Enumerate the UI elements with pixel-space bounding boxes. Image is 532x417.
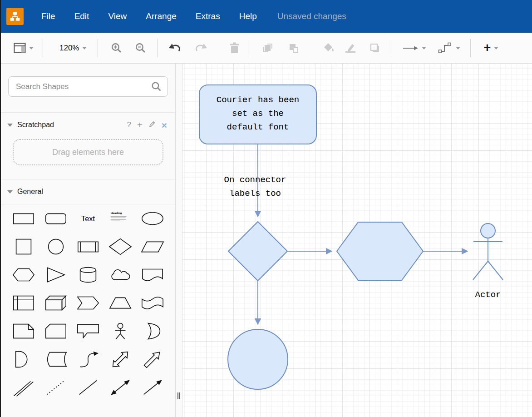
line-color-button[interactable] [345,42,356,54]
scratchpad-header[interactable]: Scratchpad ? + × [1,112,175,137]
shape-data-storage[interactable] [43,350,69,368]
zoom-out-icon [135,42,146,54]
shape-and[interactable] [10,350,37,368]
diagram-canvas[interactable]: Courier has been set as the default font… [182,64,532,417]
menu-edit[interactable]: Edit [65,11,99,21]
shape-bidirectional-connector[interactable] [107,378,133,397]
to-front-button[interactable] [262,42,273,54]
shape-cloud[interactable] [107,265,133,284]
shape-actor[interactable] [107,322,133,340]
scratchpad-close-icon[interactable]: × [162,120,167,130]
toolbar-separator [157,39,158,57]
shape-arrow[interactable] [139,350,166,368]
search-shapes-input[interactable] [8,76,168,97]
line-color-icon [345,42,356,54]
node-text-line: default font [227,122,289,132]
menu-help[interactable]: Help [230,11,266,21]
shape-or[interactable] [139,322,166,340]
resizer-handle-icon[interactable] [177,392,180,399]
toolbar-separator [391,39,391,57]
shadow-icon [369,42,381,54]
scratchpad-edit-icon[interactable] [148,120,156,129]
toolbar-separator [248,39,248,57]
insert-button[interactable]: + [483,42,498,54]
shape-triangle[interactable] [43,265,69,284]
node-diamond[interactable] [228,222,287,281]
redo-button[interactable] [195,43,207,53]
sidebar-resizer[interactable] [176,64,182,417]
shape-textbox[interactable]: Heading [107,209,133,228]
shape-directional-connector[interactable] [139,378,166,397]
text-icon: Text [76,209,100,228]
menu-extras[interactable]: Extras [186,11,230,21]
node-circle[interactable] [228,329,288,389]
search-icon[interactable] [151,81,162,94]
shape-bidirectional-arrow[interactable] [107,350,133,368]
shape-cylinder[interactable] [75,265,101,284]
shape-trapezoid[interactable] [107,293,133,312]
cylinder-icon [76,266,100,284]
undo-button[interactable] [168,43,181,53]
menu-arrange[interactable]: Arrange [136,11,186,21]
connection-arrow-icon [402,43,419,53]
shape-text[interactable]: Text [75,209,101,228]
node-text-line: set as the [232,109,284,119]
menu-file[interactable]: File [32,11,65,21]
zoom-out-button[interactable] [135,42,146,54]
node-hexagon[interactable] [337,222,423,280]
shape-rounded-rectangle[interactable] [43,209,69,228]
diamond-icon [108,238,133,256]
cloud-icon [108,266,133,284]
to-front-icon [262,42,273,54]
scratchpad-dropzone[interactable]: Drag elements here [13,139,163,165]
menubar: File Edit View Arrange Extras Help Unsav… [1,0,532,33]
shape-circle[interactable] [43,237,69,256]
node-actor[interactable] [473,223,503,280]
zoom-level-dropdown[interactable]: 120% [59,44,87,53]
shape-cube[interactable] [43,293,69,312]
redo-icon [195,43,207,53]
waypoint-style-button[interactable] [438,42,460,54]
shape-internal-storage[interactable] [10,293,37,312]
unsaved-changes-status[interactable]: Unsaved changes [277,11,346,21]
trapezoid-icon [108,294,133,312]
and-icon [11,350,36,368]
dashed-line-icon [44,378,68,397]
shape-hexagon[interactable] [10,265,37,284]
edge-label[interactable]: On connector labels too [224,175,286,199]
drawio-logo-icon[interactable] [6,8,24,25]
parallelogram-icon [140,238,165,256]
chevron-down-icon [82,47,87,50]
process-icon [76,238,100,256]
shape-card[interactable] [43,322,69,340]
shape-curve[interactable] [75,350,101,368]
shape-link[interactable] [10,378,37,397]
scratchpad-help-icon[interactable]: ? [127,120,131,129]
fill-color-button[interactable] [323,42,335,54]
node-rounded-rectangle[interactable]: Courier has been set as the default font [199,85,316,144]
shape-tape[interactable] [139,293,166,312]
scratchpad-add-icon[interactable]: + [137,120,143,130]
collapse-triangle-icon [7,190,13,194]
shape-line[interactable] [75,378,101,397]
shape-document[interactable] [139,265,166,284]
page-view-button[interactable] [14,43,34,53]
connection-style-button[interactable] [402,43,426,53]
shape-ellipse[interactable] [139,209,166,228]
shape-parallelogram[interactable] [139,237,166,256]
delete-button[interactable] [229,42,240,54]
shape-callout[interactable] [75,322,101,340]
menu-view[interactable]: View [99,11,136,21]
to-back-button[interactable] [288,42,299,54]
internal-storage-icon [11,294,36,312]
shape-note[interactable] [10,322,37,340]
shape-diamond[interactable] [107,237,133,256]
shadow-button[interactable] [369,42,381,54]
shape-square[interactable] [10,237,37,256]
shape-step[interactable] [75,293,101,312]
shape-dashed-line[interactable] [43,378,69,397]
shape-rectangle[interactable] [10,209,37,228]
general-section-header[interactable]: General [1,179,175,204]
shape-process[interactable] [75,237,101,256]
zoom-in-button[interactable] [111,42,122,54]
